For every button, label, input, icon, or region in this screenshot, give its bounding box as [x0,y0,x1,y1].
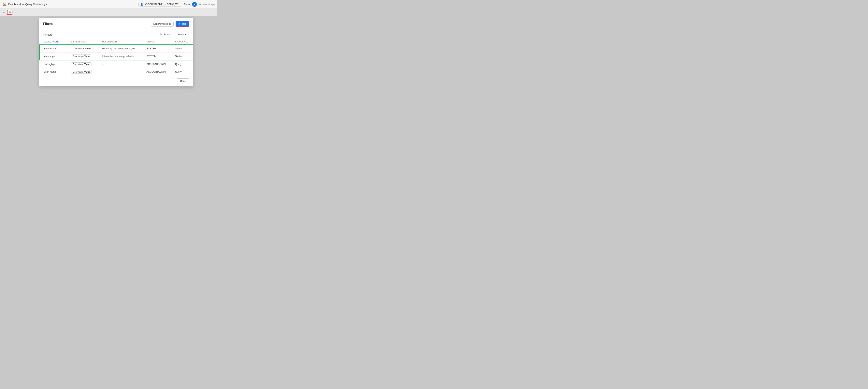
table-row[interactable]: :daterange Date range Value Interactive … [39,53,193,60]
table-row[interactable]: :user_name User name Value -- ACCOUNTADM… [39,68,193,76]
cell-values-via: System [171,53,193,60]
cell-values-via: Query [171,68,193,76]
cell-values-via: Query [171,60,193,68]
display-name-badge: Query type Value [71,62,92,66]
cell-description: Group by day, week, month, etc. [98,45,143,53]
top-bar-right: 👤 ACCOUNTADMIN ▸ DEMO_WH Share ▶ Updated… [138,2,215,7]
warehouse-label: DEMO_WH [167,3,179,6]
add-button[interactable]: + [2,10,5,14]
chevron-down-icon[interactable]: ▾ [46,3,47,5]
modal-title: Filters [43,22,53,26]
table-row[interactable]: :datebucket Date bucket Value Group by d… [39,45,193,53]
cell-display-name: Query type Value [67,60,98,68]
share-button[interactable]: Share [183,3,190,6]
filter-widget-icon: ⊟ [9,11,11,14]
modal-subheader: 4 Filters 🔍 Search Owner All [39,30,193,39]
display-name-badge: Date range Value [71,55,92,58]
filters-table: SQL KEYWORD ↓ DISPLAY NAME DESCRIPTION O… [39,39,193,76]
top-bar-left: 🏠 Dashboard for Query Monitoring ▾ [2,2,47,6]
cell-owner: SYSTEM [143,53,171,60]
done-button[interactable]: Done [177,78,189,84]
modal-header: Filters Edit Permissions + Filter [39,18,193,30]
top-bar: 🏠 Dashboard for Query Monitoring ▾ 👤 ACC… [0,0,217,9]
home-icon[interactable]: 🏠 [2,2,6,6]
second-bar: + ⊟ [0,9,217,16]
cell-sql-keyword: :datebucket [39,45,67,53]
modal-footer: Done [39,76,193,86]
table-header-row: SQL KEYWORD ↓ DISPLAY NAME DESCRIPTION O… [39,39,193,45]
play-button[interactable]: ▶ [192,2,197,7]
col-header-values-via: VALUES VIA [171,39,193,45]
dashboard-title-wrap: Dashboard for Query Monitoring ▾ [8,3,47,6]
person-icon: 👤 [140,3,143,6]
filters-modal: Filters Edit Permissions + Filter 4 Filt… [39,18,193,86]
account-info[interactable]: 👤 ACCOUNTADMIN ▸ DEMO_WH [138,2,181,6]
cell-owner: ACCOUNTADMIN [143,60,171,68]
search-icon: 🔍 [160,33,162,36]
cell-values-via: System [171,45,193,53]
sort-arrow-icon: ↓ [61,41,62,43]
col-header-owner: OWNER [143,39,171,45]
modal-header-actions: Edit Permissions + Filter [151,21,189,27]
col-header-sql-keyword: SQL KEYWORD ↓ [39,39,67,45]
dashboard-title: Dashboard for Query Monitoring [8,3,45,6]
col-header-display-name: DISPLAY NAME [67,39,98,45]
cell-sql-keyword: :query_type [39,60,67,68]
cell-display-name: User name Value [67,68,98,76]
display-name-badge: Date bucket Value [71,47,93,50]
separator-icon: ▸ [165,3,166,5]
account-admin-label: ACCOUNTADMIN [145,3,163,6]
modal-subheader-actions: 🔍 Search Owner All [158,32,189,37]
cell-description: -- [98,68,143,76]
updated-text: Updated 4h ago [199,3,215,5]
add-filter-button[interactable]: + Filter [176,21,189,27]
cell-display-name: Date range Value [67,53,98,60]
filter-count: 4 Filters [43,33,52,36]
col-header-description: DESCRIPTION [98,39,143,45]
owner-filter-button[interactable]: Owner All [175,32,189,37]
edit-permissions-button[interactable]: Edit Permissions [151,21,174,27]
cell-display-name: Date bucket Value [67,45,98,53]
search-button[interactable]: 🔍 Search [158,32,173,37]
table-row[interactable]: :query_type Query type Value -- ACCOUNTA… [39,60,193,68]
cell-owner: ACCOUNTADMIN [143,68,171,76]
display-name-badge: User name Value [71,70,92,74]
cell-description: Interactive date range selection [98,53,143,60]
cell-description: -- [98,60,143,68]
cell-sql-keyword: :daterange [39,53,67,60]
filter-widget-button[interactable]: ⊟ [7,10,12,15]
cell-owner: SYSTEM [143,45,171,53]
gray-area: Filters Edit Permissions + Filter 4 Filt… [0,16,217,97]
play-icon: ▶ [194,3,195,5]
cell-sql-keyword: :user_name [39,68,67,76]
